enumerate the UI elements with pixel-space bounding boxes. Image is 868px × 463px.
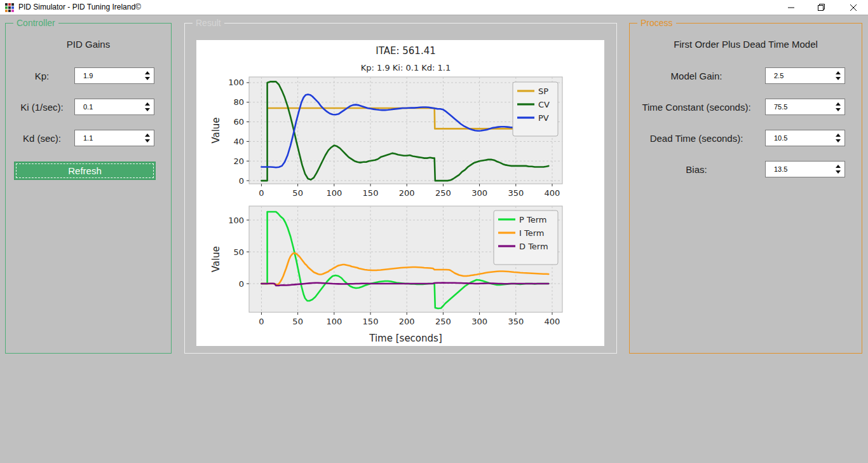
svg-text:250: 250	[435, 188, 451, 198]
time-constant-spinner-arrows[interactable]	[834, 99, 843, 114]
svg-text:D Term: D Term	[519, 242, 548, 251]
svg-text:100: 100	[228, 216, 244, 225]
minimize-button[interactable]	[776, 0, 806, 15]
fopdt-title: First Order Plus Dead Time Model	[630, 39, 862, 50]
spin-down-icon[interactable]	[836, 139, 841, 142]
model-gain-label: Model Gain:	[636, 71, 757, 81]
close-button[interactable]	[839, 0, 868, 15]
result-frame-label: Result	[193, 18, 224, 29]
app-window: PID Simulator - PID Tuning Ireland© Cont…	[0, 0, 868, 463]
restore-button[interactable]	[806, 0, 836, 15]
svg-text:CV: CV	[538, 100, 550, 109]
model-gain-spinbox[interactable]: 2.5	[765, 67, 845, 84]
dead-time-value: 10.5	[774, 130, 787, 146]
svg-text:350: 350	[508, 317, 524, 326]
process-groupbox: Process First Order Plus Dead Time Model…	[629, 23, 862, 354]
svg-text:0: 0	[259, 317, 264, 326]
svg-text:Time [seconds]: Time [seconds]	[369, 333, 442, 344]
kd-label: Kd (sec):	[8, 133, 76, 144]
spin-down-icon[interactable]	[836, 170, 841, 174]
bias-label: Bias:	[636, 164, 757, 175]
window-title: PID Simulator - PID Tuning Ireland©	[18, 3, 141, 11]
svg-text:SP: SP	[538, 86, 548, 96]
dead-time-spinbox[interactable]: 10.5	[765, 130, 845, 146]
bias-value: 13.5	[774, 162, 787, 177]
svg-text:200: 200	[399, 188, 415, 198]
bias-spinbox[interactable]: 13.5	[765, 161, 845, 177]
pid-gains-title: PID Gains	[6, 39, 171, 50]
svg-text:300: 300	[471, 188, 487, 198]
svg-text:80: 80	[233, 97, 244, 107]
svg-text:100: 100	[326, 188, 342, 198]
kp-spinbox[interactable]: 1.9	[74, 67, 154, 84]
svg-text:150: 150	[363, 317, 379, 326]
svg-text:200: 200	[399, 317, 415, 326]
svg-text:150: 150	[363, 188, 379, 198]
chart-subtitle: Kp: 1.9 Ki: 0.1 Kd: 1.1	[249, 63, 562, 73]
spin-up-icon[interactable]	[836, 102, 841, 106]
svg-text:Value: Value	[210, 246, 222, 272]
titlebar: PID Simulator - PID Tuning Ireland©	[0, 0, 868, 15]
process-frame-label: Process	[637, 18, 676, 29]
spin-down-icon[interactable]	[836, 108, 841, 111]
ki-spinbox[interactable]: 0.1	[74, 99, 154, 115]
spin-down-icon[interactable]	[836, 77, 841, 80]
spin-up-icon[interactable]	[145, 134, 150, 137]
spin-up-icon[interactable]	[836, 165, 841, 168]
ki-value: 0.1	[83, 99, 93, 114]
svg-text:0: 0	[259, 188, 264, 198]
svg-text:400: 400	[545, 188, 560, 198]
svg-text:60: 60	[233, 117, 244, 127]
bias-spinner-arrows[interactable]	[834, 162, 843, 177]
svg-text:50: 50	[292, 317, 303, 326]
model-gain-spinner-arrows[interactable]	[834, 68, 843, 83]
svg-text:50: 50	[292, 188, 303, 198]
model-gain-value: 2.5	[774, 68, 783, 83]
spin-up-icon[interactable]	[145, 71, 150, 74]
kd-value: 1.1	[83, 130, 93, 146]
svg-text:Value: Value	[210, 117, 222, 143]
svg-text:40: 40	[233, 137, 244, 146]
svg-text:50: 50	[233, 247, 244, 257]
svg-text:0: 0	[239, 176, 244, 186]
svg-text:I Term: I Term	[519, 228, 544, 238]
svg-text:250: 250	[435, 317, 451, 326]
time-constant-label: Time Constant (seconds):	[636, 102, 757, 113]
svg-text:100: 100	[228, 78, 244, 87]
result-figure: ITAE: 561.41 Kp: 1.9 Ki: 0.1 Kd: 1.1 050…	[196, 40, 604, 346]
pid-charts-svg: 050100150200250300350400020406080100Valu…	[196, 40, 604, 346]
svg-text:20: 20	[233, 156, 244, 166]
result-groupbox: Result ITAE: 561.41 Kp: 1.9 Ki: 0.1 Kd: …	[184, 23, 617, 354]
time-constant-spinbox[interactable]: 75.5	[765, 99, 845, 115]
controller-frame-label: Controller	[13, 18, 58, 29]
svg-text:P Term: P Term	[519, 215, 546, 225]
kp-value: 1.9	[83, 68, 93, 83]
svg-text:300: 300	[471, 317, 487, 326]
spin-up-icon[interactable]	[836, 134, 841, 137]
spin-down-icon[interactable]	[145, 77, 150, 80]
refresh-button[interactable]: Refresh	[14, 162, 156, 180]
app-icon	[4, 3, 15, 13]
ki-label: Ki (1/sec):	[8, 102, 76, 113]
svg-text:350: 350	[508, 188, 524, 198]
spin-up-icon[interactable]	[836, 71, 841, 74]
dead-time-label: Dead Time (seconds):	[636, 133, 757, 144]
spin-up-icon[interactable]	[145, 102, 150, 106]
refresh-button-label: Refresh	[68, 165, 102, 176]
controller-groupbox: Controller PID Gains Kp: 1.9 Ki (1/sec):…	[5, 23, 172, 354]
spin-down-icon[interactable]	[145, 139, 150, 142]
ki-spinner-arrows[interactable]	[143, 99, 152, 114]
kp-label: Kp:	[8, 71, 76, 81]
svg-text:PV: PV	[538, 113, 549, 123]
kd-spinbox[interactable]: 1.1	[74, 130, 154, 146]
svg-text:0: 0	[239, 279, 244, 289]
chart-title: ITAE: 561.41	[249, 45, 562, 57]
svg-text:100: 100	[326, 317, 342, 326]
svg-text:400: 400	[545, 317, 560, 326]
dead-time-spinner-arrows[interactable]	[834, 130, 843, 146]
kp-spinner-arrows[interactable]	[143, 68, 152, 83]
time-constant-value: 75.5	[774, 99, 787, 114]
kd-spinner-arrows[interactable]	[143, 130, 152, 146]
spin-down-icon[interactable]	[145, 108, 150, 111]
